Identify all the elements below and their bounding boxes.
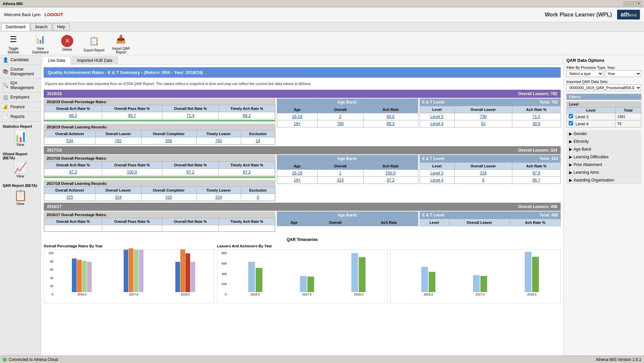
age-16-18-2017[interactable]: 16-18	[292, 171, 302, 175]
et-level3-2017[interactable]: Level 3	[430, 171, 443, 175]
filter-prior-attainment[interactable]: ▶ Prior Attainment	[566, 161, 641, 169]
rec-leaver-2017[interactable]: 324	[115, 195, 122, 200]
maximize-button[interactable]: □	[630, 1, 635, 6]
sidebar-item-iqa-management[interactable]: 🔍 IQA Management	[0, 79, 41, 92]
chart1-y-60: 60	[50, 268, 53, 271]
et-level4-ach-2018[interactable]: 30.8	[532, 121, 540, 126]
filter-ethnicity[interactable]: ▶ Ethnicity	[566, 138, 641, 146]
rec-completer-2017[interactable]: 315	[165, 195, 172, 200]
et-header-2016: E & T Level: Total: 486	[420, 211, 561, 219]
toolbar-import-qar[interactable]: 📥 Import QAR Report	[110, 33, 132, 54]
sidebar-item-candidate[interactable]: 👤 Candidate	[0, 55, 41, 65]
rate-ret-2018[interactable]: 71.4	[186, 113, 194, 118]
year-2017-et-level: E & T Level: Total: 324 Level Overall Le…	[420, 155, 561, 201]
chart1-y-20: 20	[50, 284, 53, 288]
rec-exclusion-2017[interactable]: 0	[257, 195, 259, 200]
age-19plus-2017[interactable]: 19+	[294, 178, 300, 183]
chart2-group-2016: 2016.0	[248, 262, 262, 296]
filter-awarding-org[interactable]: ▶ Awarding Organisation	[566, 176, 641, 184]
filter-age-band[interactable]: ▶ Age Band	[566, 146, 641, 153]
ab-col-age-2017: Age	[277, 163, 317, 170]
rec-achiever-2018[interactable]: 534	[67, 138, 73, 143]
rec-achiever-2017[interactable]: 315	[67, 195, 73, 200]
age-19plus-ach-2017[interactable]: 97.2	[387, 178, 394, 183]
age-16-18-overall-2017[interactable]: 1	[339, 171, 342, 175]
tab-imported-hub-data[interactable]: Imported HUB Data	[72, 56, 118, 64]
rec-exclusion-2018[interactable]: 14	[256, 138, 260, 143]
toolbar-toggle-sidebar[interactable]: ☰ Toggle Sidebar	[3, 33, 24, 54]
rec-timely-2018[interactable]: 782	[215, 138, 222, 143]
tab-live-data[interactable]: Live Data	[42, 56, 71, 65]
level3-checkbox[interactable]	[569, 114, 573, 118]
stats-view-button[interactable]: 📊 View	[3, 130, 38, 147]
level3-label: Level 3	[575, 115, 589, 119]
close-button[interactable]: ✕	[636, 1, 641, 6]
rate-ach-2018[interactable]: 68.3	[69, 113, 77, 118]
rate-ach-2017[interactable]: 97.2	[69, 170, 77, 174]
et-level4-leaver-2017[interactable]: 6	[482, 178, 484, 183]
toolbar-export-report[interactable]: 📋 Export Report	[83, 34, 105, 52]
age-16-18-ach-2017[interactable]: 100.0	[386, 171, 396, 175]
et-col-level: Level	[420, 106, 454, 113]
et-table-2018: Level Overall Leaver Ach Rate % Level 3 …	[420, 106, 561, 127]
qar-view-button[interactable]: 📋 View	[3, 189, 38, 206]
sidebar-item-employers[interactable]: 🏢 Employers	[0, 92, 41, 102]
age-16-18-overall-2018[interactable]: 2	[339, 114, 342, 119]
rates-header-timely-2016: Timely Ach Rate %	[219, 218, 275, 225]
age-19plus-overall-2018[interactable]: 780	[337, 121, 344, 126]
qar-report-title: QAR Report (BETA)	[3, 184, 38, 188]
status-text: Connected to Athena Cloud	[9, 357, 58, 362]
age-16-18-2018[interactable]: 16-18	[292, 114, 302, 119]
chart2-bar-2017-leavers	[300, 276, 307, 292]
toolbar-view-dashboard[interactable]: 📊 View Dashboard	[30, 33, 51, 54]
rate-timely-2017[interactable]: 97.2	[243, 170, 251, 174]
age-19plus-2018[interactable]: 19+	[294, 121, 300, 126]
menu-dashboard[interactable]: Dashboard	[1, 23, 30, 31]
candidate-icon: 👤	[3, 57, 8, 63]
level4-checkbox[interactable]	[569, 121, 573, 125]
et-level3-leaver-2017[interactable]: 318	[480, 171, 486, 175]
rates-table-2017: Overall Ach Rate % Overall Pass Rate % O…	[44, 161, 275, 176]
et-level4-ach-2017[interactable]: 66.7	[532, 178, 540, 183]
toolbar-delete[interactable]: ✕ Delete	[56, 35, 78, 51]
et-level3-2018[interactable]: Level 3	[430, 114, 443, 119]
chart1-bar-2016-3	[82, 261, 87, 292]
et-level4-2017[interactable]: Level 4	[430, 178, 443, 183]
sidebar-item-finance[interactable]: 💰 Finance	[0, 102, 41, 112]
year-select[interactable]: Year	[605, 70, 642, 77]
year-2017-main: 2017/18 Overall Percentage Rates: Overal…	[44, 155, 275, 201]
age-19plus-ach-2018[interactable]: 68.3	[387, 121, 394, 126]
rec-leaver-2018[interactable]: 782	[115, 138, 122, 143]
rec-timely-2017[interactable]: 324	[215, 195, 222, 200]
rate-pass-2017[interactable]: 100.0	[127, 170, 137, 174]
logout-link[interactable]: LOGOUT	[44, 12, 63, 17]
rate-timely-2018[interactable]: 68.2	[243, 113, 251, 118]
level4-label: Level 4	[575, 122, 589, 126]
age-16-18-ach-2018[interactable]: 50.0	[387, 114, 394, 119]
ofsted-view-button[interactable]: 📈 View	[3, 161, 38, 178]
menu-help[interactable]: Help	[53, 23, 70, 31]
et-level3-ach-2017[interactable]: 97.8	[532, 171, 540, 175]
finance-icon: 💰	[3, 104, 8, 110]
rate-ret-2017[interactable]: 97.2	[186, 170, 194, 174]
rate-pass-2018[interactable]: 95.7	[128, 113, 136, 118]
filter-gender[interactable]: ▶ Gender	[566, 130, 641, 138]
et-level4-2018[interactable]: Level 4	[430, 121, 443, 126]
et-level3-ach-2018[interactable]: 71.0	[532, 114, 540, 119]
year-2017-age-band: Age Band: Age Overall Ach Rate 16-18 1 1…	[277, 155, 418, 201]
ld-expand-icon: ▶	[569, 155, 572, 159]
sidebar-item-reports[interactable]: 📄 Reports	[0, 112, 41, 122]
rec-completer-2018[interactable]: 558	[165, 138, 172, 143]
sidebar-item-course-management[interactable]: 📚 Course Management	[0, 65, 41, 79]
menu-search[interactable]: Search	[31, 23, 52, 31]
et-table-2017: Level Overall Leaver Ach Rate % Level 3 …	[420, 162, 561, 184]
et-level3-leaver-2018[interactable]: 730	[480, 114, 486, 119]
filter-learning-difficulties[interactable]: ▶ Learning Difficulties	[566, 153, 641, 161]
imported-qar-select[interactable]: 0000000_1819_QAR_ProvisionalR04-ET_Comb.…	[566, 84, 641, 91]
filter-learning-aims[interactable]: ▶ Learning Aims	[566, 169, 641, 176]
et-level4-leaver-2018[interactable]: 52	[481, 121, 485, 126]
delete-icon: ✕	[61, 35, 73, 47]
age-19plus-overall-2017[interactable]: 323	[337, 178, 344, 183]
provision-type-select[interactable]: Select a type	[566, 70, 603, 77]
minimize-button[interactable]: —	[624, 1, 629, 6]
